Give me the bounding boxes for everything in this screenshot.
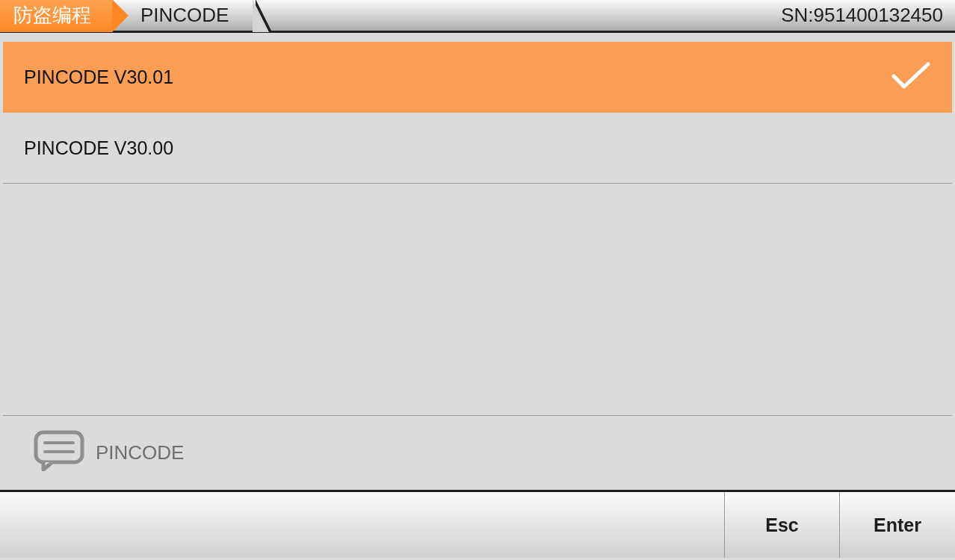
esc-button-label: Esc [765, 514, 798, 536]
enter-button-label: Enter [874, 514, 921, 536]
version-list: PINCODE V30.01 PINCODE V30.00 [3, 42, 952, 184]
notes-label: PINCODE [96, 441, 184, 464]
enter-button[interactable]: Enter [840, 492, 955, 558]
header-bar: 防盗编程 PINCODE SN:951400132450 [0, 0, 955, 33]
breadcrumb-tab-primary[interactable]: 防盗编程 [0, 0, 112, 32]
check-icon [891, 60, 931, 96]
serial-number: SN:951400132450 [781, 4, 943, 27]
breadcrumb-tab-secondary-label: PINCODE [140, 4, 229, 27]
list-item[interactable]: PINCODE V30.00 [3, 113, 952, 184]
list-item[interactable]: PINCODE V30.01 [3, 42, 952, 113]
notes-row: PINCODE [3, 415, 952, 490]
breadcrumb-tab-primary-label: 防盗编程 [13, 2, 91, 28]
footer-bar: Esc Enter [0, 490, 955, 558]
list-item-label: PINCODE V30.00 [24, 137, 173, 159]
footer-spacer [0, 492, 725, 558]
esc-button[interactable]: Esc [725, 492, 840, 558]
breadcrumb-tab-secondary[interactable]: PINCODE [112, 0, 256, 32]
svg-rect-0 [36, 432, 82, 462]
chat-icon [33, 429, 85, 476]
empty-space [3, 184, 952, 415]
main-panel: PINCODE V30.01 PINCODE V30.00 PINCODE [0, 33, 955, 490]
list-item-label: PINCODE V30.01 [24, 66, 173, 88]
